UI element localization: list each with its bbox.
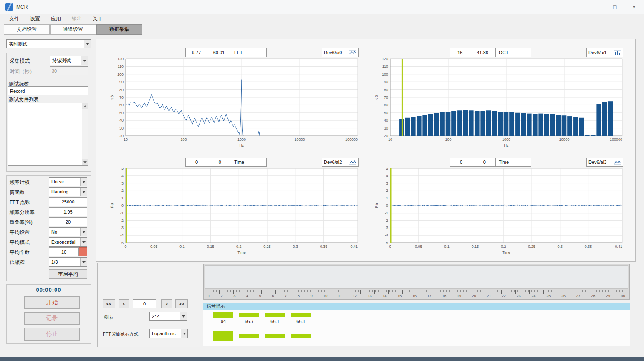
channel-selector[interactable]: Dev6/ai1 [586,48,623,57]
close-button[interactable]: × [624,0,644,14]
svg-text:-4: -4 [120,233,124,237]
svg-text:20: 20 [384,134,388,138]
svg-text:100: 100 [382,72,388,76]
signal-level-bar [213,331,233,341]
svg-text:0.35: 0.35 [320,244,328,249]
freq-resolution-field[interactable] [49,207,87,216]
acq-mode-select[interactable]: 持续测试 [50,56,88,65]
chart-layout-select[interactable]: 2*2 [149,312,187,321]
test-mode-select[interactable]: 实时测试 [6,39,91,48]
signal-level-bar [265,313,285,317]
page-index-field[interactable] [133,299,156,308]
last-page-button[interactable]: >> [175,299,188,308]
record-monitor-plot[interactable] [205,265,628,289]
cursor-x-value: 16 [457,50,462,55]
svg-text:3: 3 [386,181,388,186]
average-mode-select[interactable]: Exponential [49,237,87,247]
chart-type-label: Time [495,158,531,167]
chart-layout-value: 2*2 [150,312,180,320]
time-plot-ai3[interactable]: -5-4-3-2-101234500.050.10.150.20.250.30.… [362,168,624,260]
ruler-label: 12 [353,294,357,298]
chart-type-label: FFT [231,48,267,57]
chevron-down-icon [84,40,91,48]
acq-mode-label: 采集模式 [10,58,30,65]
signal-level-bar [291,334,311,338]
average-count-field[interactable] [49,247,79,256]
octave-fraction-select[interactable]: 1/3 [49,257,87,267]
scroll-up-icon[interactable] [82,103,88,109]
file-list-label: 测试文件列表 [9,96,39,103]
average-count-indicator [79,247,87,256]
test-file-listbox[interactable] [8,103,88,166]
menu-bar: 文件 设置 应用 输出 关于 [0,14,644,24]
svg-text:0.25: 0.25 [528,244,535,249]
channel-selector[interactable]: Dev6/ai2 [322,158,359,167]
svg-text:Pa: Pa [374,203,379,208]
next-page-button[interactable]: > [161,299,172,308]
svg-text:4: 4 [121,174,124,178]
svg-text:-3: -3 [385,226,388,230]
menu-settings[interactable]: 设置 [25,14,45,24]
svg-text:30: 30 [384,126,388,130]
chart-layout-label: 图表 [104,314,114,321]
time-plot-ai2[interactable]: -5-4-3-2-101234500.050.10.150.20.250.30.… [97,168,359,260]
menu-output: 输出 [66,14,87,24]
channel-selector[interactable]: Dev6/ai3 [586,158,623,167]
svg-text:20: 20 [119,134,124,138]
channel-selector[interactable]: Dev6/ai0 [322,48,359,57]
octave-fraction-value: 1/3 [49,258,80,266]
ruler-label: 15 [397,294,402,298]
fft-axis-mode-select[interactable]: Logarithmic [149,329,188,338]
menu-about[interactable]: 关于 [87,14,108,24]
menu-file[interactable]: 文件 [4,14,25,24]
svg-text:1000: 1000 [237,137,246,142]
start-button[interactable]: 开始 [24,296,80,309]
ruler-label: 1 [208,294,210,298]
svg-text:-2: -2 [385,219,388,223]
prev-page-button[interactable]: < [119,299,129,308]
freq-weighting-select[interactable]: Linear [49,177,87,186]
tab-data-acquisition[interactable]: 数据采集 [96,24,142,35]
time-seconds-label: 时间（秒） [10,68,35,75]
title-bar: MCR – □ × [0,0,644,14]
tab-document-settings[interactable]: 文档设置 [4,24,50,35]
overlap-rate-label: 重叠率(%) [10,219,33,226]
svg-text:5: 5 [121,168,124,170]
minimize-button[interactable]: – [586,0,605,14]
signal-indicator-panel: 94 66.7 66.1 66.1 [203,310,630,346]
freq-weighting-label: 频率计权 [10,179,30,186]
svg-text:-4: -4 [385,233,388,237]
ruler-label: 19 [457,294,461,298]
svg-text:0: 0 [386,203,388,208]
signal-level-value: 66.1 [291,319,311,324]
maximize-button[interactable]: □ [605,0,624,14]
svg-text:Time: Time [237,250,246,254]
fft-plot[interactable]: 2030405060708090100110120101001000100001… [97,58,359,153]
ruler-label: 24 [532,294,536,298]
fft-points-field[interactable] [49,197,87,206]
oct-plot[interactable]: 2030405060708090100110120101001000100001… [362,58,624,153]
ruler-label: 30 [621,294,625,298]
first-page-button[interactable]: << [103,299,115,308]
svg-text:-2: -2 [120,219,124,223]
scroll-down-icon[interactable] [82,159,88,165]
restart-average-button[interactable]: 重启平均 [49,269,87,279]
overlap-rate-field[interactable] [49,217,87,226]
svg-text:5: 5 [386,168,388,170]
average-setting-select[interactable]: No [49,227,87,236]
bar-chart-icon [614,50,621,55]
signal-channel-1: 66.7 [239,310,259,346]
ruler-label: 16 [412,294,417,298]
test-label-field[interactable] [8,86,88,95]
signal-level-bar [239,313,259,317]
ruler-label: 17 [427,294,432,298]
cursor-x-value: 9.77 [192,50,201,55]
chevron-down-icon [80,228,87,236]
ruler-label: 21 [487,294,491,298]
tab-channel-settings[interactable]: 通道设置 [50,24,96,35]
svg-text:10000: 10000 [294,137,305,142]
window-function-select[interactable]: Hanning [49,187,87,196]
menu-apply[interactable]: 应用 [45,14,66,24]
list-scrollbar[interactable] [82,103,88,165]
stop-button: 停止 [24,328,80,341]
